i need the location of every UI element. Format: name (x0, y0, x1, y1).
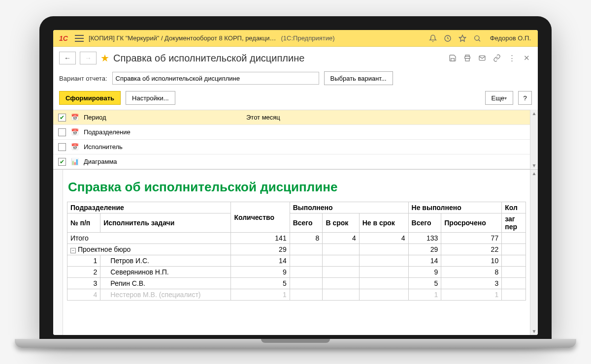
col-num: № п/п (67, 213, 100, 233)
favorite-star-icon[interactable]: ★ (100, 52, 109, 64)
scroll-down-icon[interactable]: ▼ (532, 329, 537, 334)
col-performer: Исполнитель задачи (100, 213, 231, 233)
param-row-period[interactable]: 📅 Период Этот месяц (53, 110, 530, 125)
search-icon[interactable] (472, 33, 482, 43)
col-dept: Подразделение (67, 202, 231, 213)
svg-point-2 (474, 35, 479, 40)
param-name: Подразделение (84, 128, 241, 136)
collapse-icon[interactable]: − (70, 248, 76, 253)
svg-marker-1 (459, 35, 465, 41)
user-label[interactable]: Федоров О.П. (487, 34, 534, 42)
col-intime: В срок (323, 213, 359, 233)
chart-icon: 📊 (71, 158, 79, 166)
param-row-diagram[interactable]: 📊 Диаграмма (53, 154, 530, 169)
scroll-up-icon[interactable]: ▲ (532, 111, 537, 116)
scroll-up-icon[interactable]: ▲ (532, 171, 537, 176)
link-icon[interactable] (492, 53, 502, 63)
report-scrollbar[interactable]: ▲ ▼ (530, 170, 538, 335)
titlebar: 1C [КОПИЯ] ГК "Меркурий" / Документообор… (53, 30, 538, 47)
forward-button[interactable]: → (80, 52, 97, 64)
menu-icon[interactable] (75, 35, 84, 42)
history-icon[interactable] (443, 33, 453, 43)
params-table: 📅 Период Этот месяц 📅 Подразделение 📅 Ис… (53, 110, 530, 169)
variant-row: Вариант отчета: Выбрать вариант... (53, 68, 538, 88)
report-table: Подразделение Количество Выполнено Не вы… (67, 202, 526, 301)
more-icon[interactable]: ⋮ (506, 53, 517, 63)
platform-label: (1С:Предприятие) (281, 34, 335, 42)
outline-gutter[interactable] (53, 170, 63, 335)
variant-label: Вариант отчета: (59, 75, 107, 82)
calendar-icon: 📅 (71, 114, 79, 121)
table-row[interactable]: 1Петров И.С.141410 (67, 255, 526, 267)
col-qty: Количество (231, 202, 290, 233)
doc-header: ← → ★ Справка об исполнительской дисципл… (53, 47, 538, 68)
table-row[interactable]: 3Репин С.В.553 (67, 278, 526, 289)
action-row: Сформировать Настройки... Еще ? (53, 88, 538, 110)
select-variant-button[interactable]: Выбрать вариант... (324, 71, 393, 85)
param-value[interactable]: Этот месяц (246, 114, 525, 121)
save-icon[interactable] (447, 53, 458, 63)
checkbox[interactable] (58, 143, 66, 151)
checkbox[interactable] (58, 158, 66, 166)
totals-row: Итого 141 8 4 4 133 77 (67, 233, 526, 244)
generate-button[interactable]: Сформировать (59, 91, 121, 105)
more-button[interactable]: Еще (485, 91, 513, 105)
star-icon[interactable] (458, 33, 467, 43)
col-notintime: Не в срок (359, 213, 408, 233)
back-button[interactable]: ← (59, 52, 76, 64)
scroll-down-icon[interactable]: ▼ (532, 163, 537, 168)
checkbox[interactable] (58, 128, 66, 136)
calendar-icon: 📅 (71, 128, 79, 136)
param-name: Период (84, 114, 241, 121)
col-notdone: Не выполнено (408, 202, 502, 213)
table-row[interactable]: 4Нестеров М.В. (специалист)111 (67, 289, 526, 301)
report-title: Справка об исполнительской дисциплине (67, 178, 526, 202)
param-name: Диаграмма (84, 158, 241, 165)
group-row[interactable]: −Проектное бюро 29 29 22 (67, 244, 526, 255)
col-extra: Кол (502, 202, 526, 213)
mail-icon[interactable] (477, 53, 488, 63)
param-name: Исполнитель (84, 143, 241, 151)
app-title: [КОПИЯ] ГК "Меркурий" / Документооборот … (89, 34, 276, 42)
params-scrollbar[interactable]: ▲ ▼ (530, 110, 538, 169)
col-done: Выполнено (290, 202, 408, 213)
help-button[interactable]: ? (518, 91, 532, 105)
table-row[interactable]: 2Северянинов Н.П.998 (67, 267, 526, 278)
variant-input[interactable] (112, 72, 319, 85)
print-icon[interactable] (462, 53, 473, 63)
bell-icon[interactable] (428, 33, 438, 43)
param-row-performer[interactable]: 📅 Исполнитель (53, 140, 530, 154)
param-row-dept[interactable]: 📅 Подразделение (53, 125, 530, 140)
col-overdue: Просрочено (441, 213, 502, 233)
logo-1c: 1C (57, 33, 70, 44)
report-area: Справка об исполнительской дисциплине По… (53, 169, 538, 335)
doc-title: Справка об исполнительской дисциплине (113, 53, 304, 64)
calendar-icon: 📅 (71, 143, 79, 151)
col-extra2: загпер (502, 213, 526, 233)
close-icon[interactable]: ✕ (521, 53, 532, 63)
settings-button[interactable]: Настройки... (126, 91, 175, 105)
svg-rect-4 (465, 59, 469, 61)
col-nd-total: Всего (408, 213, 441, 233)
col-done-total: Всего (290, 213, 323, 233)
svg-line-3 (478, 39, 480, 41)
checkbox[interactable] (58, 114, 66, 121)
